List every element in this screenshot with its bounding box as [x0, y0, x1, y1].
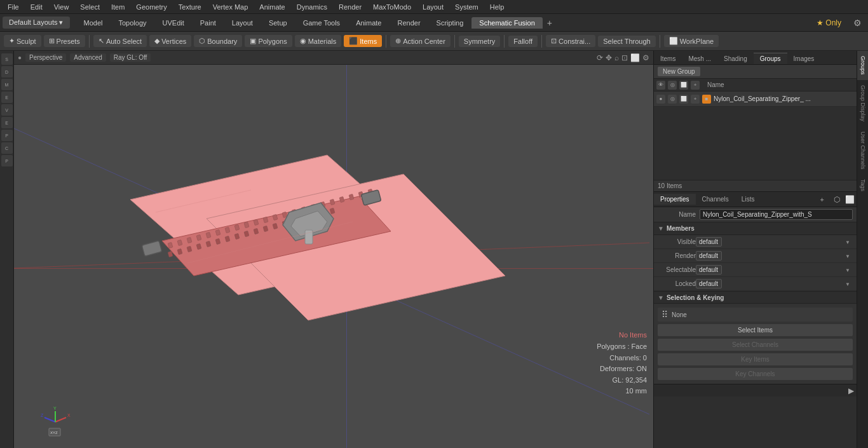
col-render-icon[interactable]: ◎ [668, 81, 677, 90]
col-eye-icon[interactable]: 👁 [656, 81, 665, 90]
select-items-button[interactable]: Select Items [658, 324, 853, 336]
tab-setup[interactable]: Setup [261, 17, 295, 29]
vtab-user-channels[interactable]: User Channels [857, 126, 868, 175]
constraints-button[interactable]: ⊡ Constrai... [546, 35, 595, 47]
default-layout-dropdown[interactable]: Default Layouts ▾ [3, 17, 70, 29]
vtab-tags[interactable]: Tags [857, 174, 868, 196]
polygons-button[interactable]: ▣ Polygons [245, 35, 292, 47]
rp-tab-mesh[interactable]: Mesh ... [682, 53, 717, 64]
menu-render[interactable]: Render [334, 2, 367, 12]
select-through-button[interactable]: Select Through [598, 36, 655, 47]
menu-item[interactable]: Item [106, 2, 130, 12]
tool-icon-4[interactable]: E [1, 92, 13, 103]
presets-button[interactable]: ⊞ Presets [44, 35, 85, 47]
tool-icon-5[interactable]: V [1, 104, 13, 116]
symmetry-button[interactable]: Symmetry [459, 36, 501, 47]
members-header[interactable]: ▼ Members [654, 222, 857, 235]
zoom-icon[interactable]: ⌕ [614, 53, 619, 62]
action-center-button[interactable]: ⊕ Action Center [390, 35, 451, 47]
menu-geometry[interactable]: Geometry [131, 2, 172, 12]
menu-help[interactable]: Help [485, 2, 510, 12]
visible-select[interactable]: default [696, 237, 722, 247]
group-eye-btn[interactable]: ● [656, 95, 665, 104]
menu-view[interactable]: View [49, 2, 74, 12]
tab-uvedit[interactable]: UVEdit [155, 17, 192, 29]
tab-schematic-fusion[interactable]: Schematic Fusion [471, 17, 542, 29]
props-expand-icon[interactable]: ⬜ [843, 195, 857, 204]
menu-layout[interactable]: Layout [417, 2, 449, 12]
menu-dynamics[interactable]: Dynamics [292, 2, 332, 12]
menu-maxtoModo[interactable]: MaxToModo [368, 2, 416, 12]
vtab-group-display[interactable]: Group Display [857, 80, 868, 126]
menu-vertex-map[interactable]: Vertex Map [208, 2, 254, 12]
sel-keying-header[interactable]: ▼ Selection & Keying [654, 291, 857, 304]
select-channels-button[interactable]: Select Channels [658, 339, 853, 351]
workplane-button[interactable]: ⬜ WorkPlane [664, 35, 719, 47]
locked-select[interactable]: default [696, 279, 722, 288]
tab-render[interactable]: Render [390, 17, 428, 29]
group-render-btn[interactable]: ◎ [668, 95, 677, 104]
pan-icon[interactable]: ✥ [606, 53, 612, 62]
new-group-button[interactable]: New Group [658, 67, 700, 76]
rp-tab-items[interactable]: Items [654, 53, 682, 64]
group-row-1[interactable]: ● ◎ ⬜ + ■ Nylon_Coil_Separating_Zipper_ … [654, 92, 857, 107]
tab-game-tools[interactable]: Game Tools [295, 17, 348, 29]
props-pin-icon[interactable]: ⬡ [832, 195, 842, 204]
col-extra-icon[interactable]: + [691, 81, 700, 90]
tool-icon-8[interactable]: C [1, 142, 13, 154]
tab-paint[interactable]: Paint [193, 17, 224, 29]
col-lock-icon[interactable]: ⬜ [679, 81, 688, 90]
menu-edit[interactable]: Edit [25, 2, 48, 12]
maximize-icon[interactable]: ⬜ [630, 53, 640, 62]
tab-scripting[interactable]: Scripting [429, 17, 471, 29]
name-input[interactable] [700, 209, 853, 220]
selectable-select[interactable]: default [696, 265, 722, 275]
rotate-icon[interactable]: ⟳ [597, 53, 603, 62]
props-tab-properties[interactable]: Properties [654, 194, 696, 205]
rp-tab-groups[interactable]: Groups [754, 53, 787, 64]
style-mode[interactable]: Advanced [70, 53, 105, 62]
tab-animate[interactable]: Animate [348, 17, 389, 29]
key-channels-button[interactable]: Key Channels [658, 368, 853, 380]
auto-select-button[interactable]: ↖ Auto Select [93, 35, 147, 47]
tool-icon-2[interactable]: D [1, 66, 13, 78]
tool-icon-6[interactable]: E [1, 117, 13, 128]
viewport-canvas[interactable]: No Items Polygons : Face Channels: 0 Def… [14, 65, 653, 448]
sculpt-button[interactable]: ✦ Sculpt [4, 35, 41, 47]
vertices-button[interactable]: ◆ Vertices [149, 35, 191, 47]
rp-tab-shading[interactable]: Shading [717, 53, 754, 64]
viewport[interactable]: ● Perspective Advanced Ray GL: Off ⟳ ✥ ⌕… [14, 51, 653, 448]
collapse-icon[interactable]: ▶ [848, 386, 854, 395]
gl-mode[interactable]: Ray GL: Off [110, 53, 151, 62]
props-add-button[interactable]: + [815, 194, 829, 205]
group-lock-btn[interactable]: ⬜ [679, 95, 688, 104]
tool-icon-3[interactable]: M [1, 79, 13, 90]
settings-vp-icon[interactable]: ⚙ [642, 53, 649, 62]
menu-texture[interactable]: Texture [173, 2, 207, 12]
group-plus-btn[interactable]: + [691, 95, 700, 104]
boundary-button[interactable]: ⬡ Boundary [194, 35, 242, 47]
tab-topology[interactable]: Topology [111, 17, 154, 29]
vtab-groups[interactable]: Groups [857, 51, 868, 80]
tool-icon-1[interactable]: S [1, 53, 13, 65]
tab-model[interactable]: Model [76, 17, 111, 29]
tool-icon-7[interactable]: P [1, 130, 13, 141]
rp-tab-images[interactable]: Images [787, 53, 821, 64]
group-color-btn[interactable]: ■ [702, 95, 711, 104]
materials-button[interactable]: ◉ Materials [295, 35, 342, 47]
menu-animate[interactable]: Animate [254, 2, 290, 12]
key-items-button[interactable]: Key Items [658, 353, 853, 365]
render-select[interactable]: default [696, 251, 722, 261]
menu-file[interactable]: File [3, 2, 24, 12]
add-layout-tab[interactable]: + [543, 17, 556, 29]
items-button[interactable]: ⬛ Items [344, 35, 382, 47]
props-tab-lists[interactable]: Lists [735, 194, 761, 205]
tool-icon-9[interactable]: P [1, 155, 13, 166]
menu-system[interactable]: System [450, 2, 484, 12]
falloff-button[interactable]: Falloff [508, 36, 538, 47]
perspective-mode[interactable]: Perspective [25, 53, 66, 62]
tab-layout[interactable]: Layout [224, 17, 261, 29]
props-tab-channels[interactable]: Channels [696, 194, 735, 205]
fit-icon[interactable]: ⊡ [621, 53, 628, 62]
menu-select[interactable]: Select [75, 2, 105, 12]
